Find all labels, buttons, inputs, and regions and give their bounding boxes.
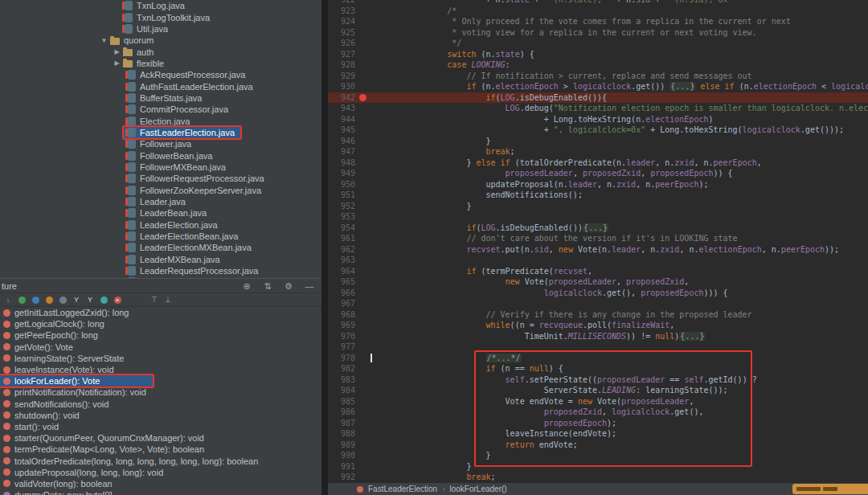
- structure-item[interactable]: start(): void: [0, 421, 321, 432]
- tree-item-content[interactable]: LeaderElectionBean.java: [124, 231, 244, 242]
- structure-item[interactable]: leaveInstance(Vote): void: [0, 364, 321, 375]
- tree-item[interactable]: FollowerMXBean.java: [0, 162, 321, 173]
- structure-item-content[interactable]: validVoter(long): boolean: [0, 478, 119, 489]
- tree-item-content[interactable]: Leader.java: [124, 196, 191, 207]
- tree-item[interactable]: LeaderMXBean.java: [0, 254, 321, 265]
- code-line[interactable]: 950 updateProposal(n.leader, n.zxid, n.p…: [328, 179, 868, 190]
- tree-item[interactable]: FollowerZooKeeperServer.java: [0, 185, 321, 196]
- breakpoint-gutter[interactable]: [357, 288, 370, 299]
- breakpoint-gutter[interactable]: [357, 428, 370, 440]
- structure-item-content[interactable]: learningState(): ServerState: [0, 353, 130, 364]
- tree-item[interactable]: Election.java: [0, 115, 321, 126]
- structure-item[interactable]: totalOrderPredicate(long, long, long, lo…: [0, 455, 321, 466]
- tree-item-content[interactable]: LeaderMXBean.java: [124, 254, 226, 265]
- tree-item-content[interactable]: Follower.java: [124, 138, 197, 149]
- breakpoint-gutter[interactable]: [357, 407, 370, 418]
- breakpoint-gutter[interactable]: [357, 92, 370, 104]
- breakpoint-gutter[interactable]: [357, 342, 370, 353]
- structure-item[interactable]: sendNotifications(): void: [0, 399, 321, 410]
- code-line[interactable]: 952 }: [328, 201, 868, 212]
- code-line[interactable]: 929 // If notification > current, replac…: [328, 71, 868, 82]
- tree-item-content[interactable]: LeaderBean.java: [124, 207, 212, 219]
- structure-item[interactable]: lookForLeader(): Vote: [0, 375, 321, 387]
- tree-item-content[interactable]: FollowerMXBean.java: [124, 162, 231, 173]
- tree-item[interactable]: CommitProcessor.java: [0, 104, 321, 115]
- breakpoint-gutter[interactable]: [357, 103, 370, 114]
- structure-item-content[interactable]: getInitLastLoggedZxid(): long: [0, 307, 135, 318]
- breakpoint-gutter[interactable]: [357, 6, 370, 17]
- tree-item[interactable]: FollowerRequestProcessor.java: [0, 173, 321, 184]
- code-line[interactable]: 967: [328, 298, 868, 309]
- tree-item-content[interactable]: LeaderRequestProcessor.java: [124, 265, 264, 276]
- settings-gear-icon[interactable]: ⚙: [283, 280, 294, 292]
- structure-item[interactable]: dummyData: new byte[0]: [0, 489, 321, 495]
- breakpoint-gutter[interactable]: [357, 276, 370, 288]
- tree-item[interactable]: AckRequestProcessor.java: [0, 69, 321, 80]
- code-line[interactable]: 987 proposedEpoch);: [328, 418, 868, 429]
- breadcrumb-item[interactable]: FastLeaderElection: [368, 485, 437, 493]
- tree-item-content[interactable]: AckRequestProcessor.java: [124, 69, 251, 80]
- structure-item[interactable]: updateProposal(long, long, long): void: [0, 467, 321, 478]
- structure-item[interactable]: getVote(): Vote: [0, 342, 321, 353]
- code-line[interactable]: 986 proposedZxid, logicalclock.get(),: [328, 407, 868, 418]
- code-line[interactable]: 990 }: [328, 450, 868, 461]
- breakpoint-gutter[interactable]: [357, 320, 370, 331]
- breakpoint-gutter[interactable]: [357, 211, 370, 223]
- structure-item-content[interactable]: sendNotifications(): void: [0, 399, 115, 410]
- show-classes-icon[interactable]: [17, 295, 27, 305]
- tree-item-content[interactable]: AuthFastLeaderElection.java: [124, 81, 259, 92]
- structure-item-content[interactable]: start(): void: [0, 421, 65, 432]
- structure-item[interactable]: starter(QuorumPeer, QuorumCnxManager): v…: [0, 432, 321, 444]
- breakpoint-gutter[interactable]: [357, 363, 370, 374]
- breakpoint-gutter[interactable]: [357, 49, 370, 60]
- autoscroll-from-source-icon[interactable]: ⊥: [163, 295, 173, 305]
- breakpoint-gutter[interactable]: [357, 309, 370, 321]
- sort-alphabetically-icon[interactable]: ↓: [3, 295, 13, 305]
- chevron-icon[interactable]: ▶: [113, 48, 121, 55]
- tree-item-content[interactable]: LeaderZooKeeperServer.java: [124, 276, 261, 278]
- show-inherited-icon[interactable]: [99, 295, 108, 305]
- code-line[interactable]: 963: [328, 255, 868, 266]
- breakpoint-gutter[interactable]: [357, 71, 370, 82]
- tree-item[interactable]: LeaderRequestProcessor.java: [0, 265, 321, 276]
- code-line[interactable]: 966 logicalclock.get(), proposedEpoch)))…: [328, 288, 868, 299]
- code-line[interactable]: 925 * voting view for a replica in the c…: [328, 27, 868, 39]
- code-line[interactable]: 954 if(LOG.isDebugEnabled()){...}: [328, 223, 868, 234]
- breakpoint-gutter[interactable]: [357, 136, 370, 147]
- tree-item[interactable]: ▶flexible: [0, 58, 321, 69]
- tree-item-content[interactable]: CommitProcessor.java: [124, 104, 234, 115]
- breakpoint-gutter[interactable]: [357, 38, 370, 49]
- structure-item[interactable]: termPredicate(Map<Long, Vote>, Vote): bo…: [0, 444, 321, 455]
- breakpoint-gutter[interactable]: [357, 255, 370, 266]
- breakpoint-gutter[interactable]: [357, 244, 370, 256]
- code-line[interactable]: 927 switch (n.state) {: [328, 49, 868, 60]
- code-line[interactable]: 982 if (n == null) {: [328, 363, 868, 374]
- code-line[interactable]: 965 new Vote(proposedLeader, proposedZxi…: [328, 276, 868, 288]
- tree-item[interactable]: LeaderElection.java: [0, 219, 321, 231]
- structure-item-content[interactable]: totalOrderPredicate(long, long, long, lo…: [0, 456, 264, 467]
- structure-item-content[interactable]: dummyData: new byte[0]: [0, 489, 119, 495]
- code-line[interactable]: 991 }: [328, 461, 868, 472]
- code-line[interactable]: 969 while((n = recvqueue.poll(finalizeWa…: [328, 320, 868, 331]
- chevron-icon[interactable]: ▼: [100, 37, 108, 44]
- breakpoint-gutter[interactable]: [357, 396, 370, 407]
- code-line[interactable]: 992 break;: [328, 472, 868, 483]
- code-line[interactable]: 983 self.setPeerState((proposedLeader ==…: [328, 374, 868, 386]
- tree-item[interactable]: FollowerBean.java: [0, 149, 321, 161]
- tree-item[interactable]: LeaderElectionMXBean.java: [0, 242, 321, 253]
- tree-item[interactable]: AuthFastLeaderElection.java: [0, 80, 321, 92]
- code-editor[interactable]: 922 + n.state + " (n.state), " + n.sid +…: [328, 0, 868, 495]
- code-line[interactable]: 961 // don't care about the version if i…: [328, 233, 868, 244]
- tree-item[interactable]: Follower.java: [0, 138, 321, 149]
- code-line[interactable]: 964 if (termPredicate(recvset,: [328, 266, 868, 277]
- code-line[interactable]: 970 TimeUnit.MILLISECONDS)) != null){...…: [328, 331, 868, 342]
- show-fields-icon[interactable]: [44, 295, 54, 305]
- code-line[interactable]: 978 /*...*/: [328, 353, 868, 364]
- tree-item-content[interactable]: LeaderElection.java: [124, 219, 223, 231]
- breakpoint-icon[interactable]: [359, 94, 366, 101]
- structure-item[interactable]: getLogicalClock(): long: [0, 318, 321, 329]
- code-line[interactable]: 923 /*: [328, 6, 868, 17]
- tree-item[interactable]: LeaderElectionBean.java: [0, 231, 321, 242]
- code-line[interactable]: 947 break;: [328, 146, 868, 158]
- structure-item[interactable]: learningState(): ServerState: [0, 353, 321, 364]
